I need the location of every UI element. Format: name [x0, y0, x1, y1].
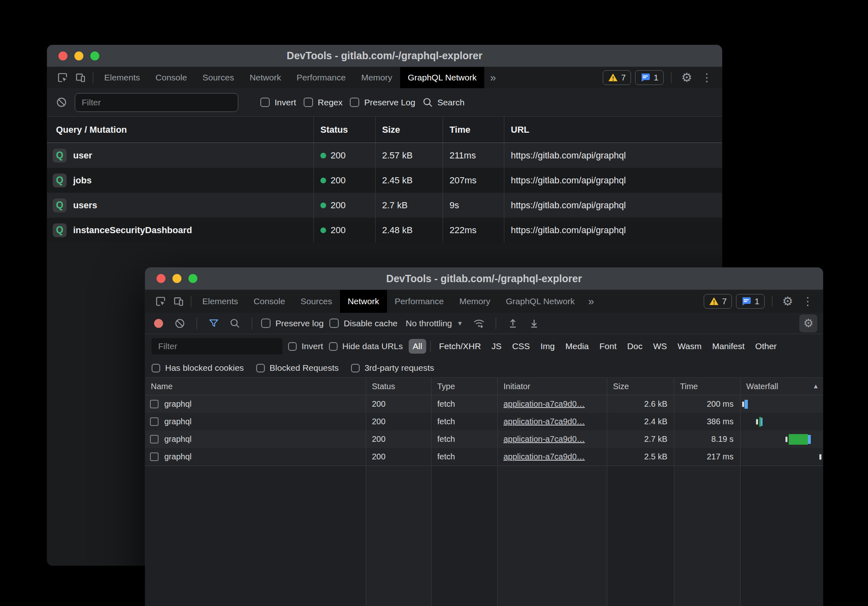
tab-graphql-network[interactable]: GraphQL Network — [498, 290, 582, 313]
kebab-menu-icon[interactable]: ⋮ — [699, 72, 715, 83]
initiator-link[interactable]: application-a7ca9d0… — [503, 452, 585, 461]
filter-funnel-icon[interactable] — [206, 316, 221, 331]
inspect-element-icon[interactable] — [54, 67, 72, 88]
column-header-status[interactable]: Status — [366, 378, 431, 395]
close-button[interactable] — [58, 51, 67, 60]
table-row[interactable]: Quser 200 2.57 kB 211ms https://gitlab.c… — [47, 143, 722, 168]
zoom-button[interactable] — [188, 274, 197, 283]
column-header-size[interactable]: Size — [607, 378, 674, 395]
regex-checkbox[interactable] — [304, 98, 313, 107]
table-row[interactable]: Qusers 200 2.7 kB 9s https://gitlab.com/… — [47, 193, 722, 218]
column-header-time[interactable]: Time — [674, 378, 740, 395]
table-row[interactable]: graphql 200 fetch application-a7ca9d0… 2… — [145, 395, 823, 413]
table-row[interactable]: graphql 200 fetch application-a7ca9d0… 2… — [145, 430, 823, 448]
type-filter-fetch-xhr[interactable]: Fetch/XHR — [435, 339, 485, 354]
row-checkbox[interactable] — [150, 435, 159, 443]
invert-checkbox[interactable] — [288, 342, 297, 351]
preserve-log-checkbox-group[interactable]: Preserve log — [261, 319, 324, 328]
warnings-badge[interactable]: 7 — [603, 70, 631, 85]
zoom-button[interactable] — [90, 51, 99, 60]
column-header-initiator[interactable]: Initiator — [497, 378, 607, 395]
preserve-log-checkbox-group[interactable]: Preserve Log — [350, 98, 415, 107]
network-filter-input[interactable] — [152, 338, 282, 354]
table-row[interactable]: QinstanceSecurityDashboard 200 2.48 kB 2… — [47, 218, 722, 243]
initiator-link[interactable]: application-a7ca9d0… — [503, 434, 585, 444]
column-header-status[interactable]: Status — [313, 117, 375, 143]
type-filter-ws[interactable]: WS — [649, 339, 671, 354]
table-row[interactable]: Qjobs 200 2.45 kB 207ms https://gitlab.c… — [47, 168, 722, 193]
titlebar[interactable]: DevTools - gitlab.com/-/graphql-explorer — [145, 267, 823, 290]
third-party-requests-checkbox[interactable] — [351, 364, 360, 372]
preserve-log-checkbox[interactable] — [350, 98, 359, 107]
column-header-type[interactable]: Type — [431, 378, 497, 395]
preserve-log-checkbox[interactable] — [261, 319, 271, 328]
throttling-select[interactable]: No throttling ▼ — [403, 319, 465, 328]
row-checkbox[interactable] — [150, 400, 159, 408]
blocked-requests-checkbox[interactable] — [256, 364, 265, 372]
invert-checkbox-group[interactable]: Invert — [260, 98, 296, 107]
tab-network[interactable]: Network — [340, 290, 387, 313]
minimize-button[interactable] — [172, 274, 181, 283]
tab-elements[interactable]: Elements — [96, 67, 148, 88]
type-filter-css[interactable]: CSS — [508, 339, 534, 354]
hide-data-urls-checkbox[interactable] — [329, 342, 338, 351]
invert-checkbox-group[interactable]: Invert — [288, 341, 323, 351]
type-filter-other[interactable]: Other — [751, 339, 781, 354]
third-party-requests-group[interactable]: 3rd-party requests — [351, 363, 434, 373]
device-toolbar-icon[interactable] — [170, 290, 188, 313]
import-har-icon[interactable] — [505, 316, 521, 331]
tab-graphql-network[interactable]: GraphQL Network — [400, 67, 484, 88]
settings-gear-icon[interactable]: ⚙ — [780, 295, 796, 307]
hide-data-urls-checkbox-group[interactable]: Hide data URLs — [329, 341, 403, 351]
record-button[interactable] — [151, 316, 166, 331]
table-row[interactable]: graphql 200 fetch application-a7ca9d0… 2… — [145, 448, 823, 466]
row-checkbox[interactable] — [150, 452, 159, 461]
clear-icon[interactable] — [55, 95, 67, 110]
blocked-requests-group[interactable]: Blocked Requests — [256, 363, 339, 373]
tab-memory[interactable]: Memory — [452, 290, 498, 313]
column-header-waterfall[interactable]: Waterfall ▲ — [740, 378, 823, 395]
column-header-url[interactable]: URL — [504, 117, 722, 143]
issues-badge[interactable]: 1 — [635, 70, 664, 85]
tab-console[interactable]: Console — [148, 67, 195, 88]
has-blocked-cookies-group[interactable]: Has blocked cookies — [152, 363, 244, 373]
tab-sources[interactable]: Sources — [195, 67, 242, 88]
titlebar[interactable]: DevTools - gitlab.com/-/graphql-explorer — [47, 45, 722, 67]
inspect-element-icon[interactable] — [152, 290, 170, 313]
type-filter-js[interactable]: JS — [488, 339, 506, 354]
initiator-link[interactable]: application-a7ca9d0… — [503, 399, 585, 409]
invert-checkbox[interactable] — [260, 98, 270, 107]
clear-icon[interactable] — [172, 316, 188, 331]
kebab-menu-icon[interactable]: ⋮ — [800, 296, 816, 307]
more-tabs-icon[interactable]: » — [582, 290, 600, 313]
tab-console[interactable]: Console — [246, 290, 293, 313]
tab-sources[interactable]: Sources — [293, 290, 340, 313]
column-header-time[interactable]: Time — [443, 117, 504, 143]
type-filter-font[interactable]: Font — [595, 339, 621, 354]
more-tabs-icon[interactable]: » — [484, 67, 501, 88]
regex-checkbox-group[interactable]: Regex — [304, 98, 343, 107]
column-header-query-mutation[interactable]: Query / Mutation — [47, 117, 313, 143]
column-header-size[interactable]: Size — [375, 117, 443, 143]
type-filter-wasm[interactable]: Wasm — [673, 339, 706, 354]
tab-memory[interactable]: Memory — [353, 67, 400, 88]
disable-cache-checkbox-group[interactable]: Disable cache — [329, 319, 398, 328]
warnings-badge[interactable]: 7 — [704, 294, 732, 309]
type-filter-manifest[interactable]: Manifest — [708, 339, 749, 354]
tab-performance[interactable]: Performance — [289, 67, 353, 88]
table-row[interactable]: graphql 200 fetch application-a7ca9d0… 2… — [145, 413, 823, 430]
network-conditions-icon[interactable] — [471, 316, 487, 331]
export-har-icon[interactable] — [526, 316, 542, 331]
initiator-link[interactable]: application-a7ca9d0… — [503, 417, 585, 426]
network-settings-button[interactable]: ⚙ — [799, 314, 817, 332]
issues-badge[interactable]: 1 — [736, 294, 765, 309]
search-icon[interactable] — [227, 316, 243, 331]
minimize-button[interactable] — [74, 51, 83, 60]
has-blocked-cookies-checkbox[interactable] — [152, 364, 160, 372]
tab-network[interactable]: Network — [242, 67, 289, 88]
disable-cache-checkbox[interactable] — [329, 319, 339, 328]
tab-elements[interactable]: Elements — [195, 290, 246, 313]
settings-gear-icon[interactable]: ⚙ — [679, 71, 695, 84]
tab-performance[interactable]: Performance — [387, 290, 452, 313]
search-button[interactable]: Search — [423, 97, 465, 108]
